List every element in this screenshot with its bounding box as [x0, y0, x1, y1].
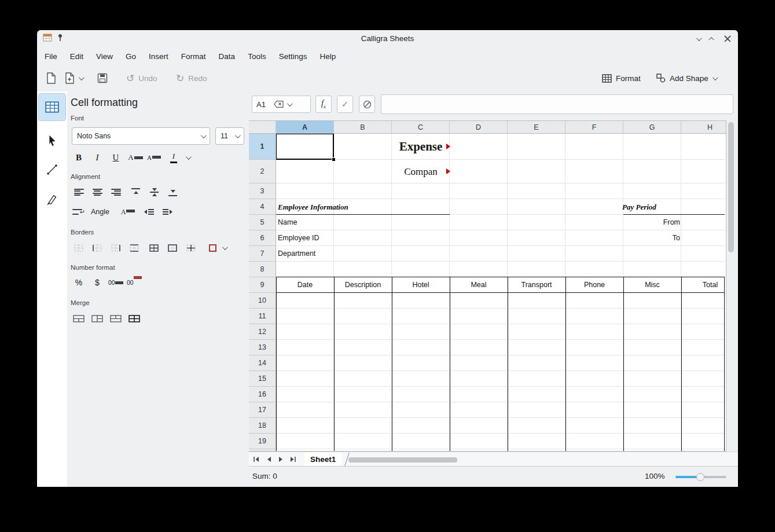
select-all-corner[interactable] — [249, 121, 276, 134]
cell-pay-period[interactable]: Pay Period — [622, 199, 656, 215]
merge-horizontal-button[interactable] — [90, 311, 105, 325]
cell-expense-title[interactable]: Expense — [392, 134, 450, 160]
table-header-hotel[interactable]: Hotel — [392, 277, 450, 292]
border-top-bottom-button[interactable] — [127, 241, 142, 255]
border-inner-button[interactable] — [183, 241, 199, 255]
spreadsheet-grid[interactable]: Expense Compan Employee Information Pay … — [249, 120, 726, 452]
redo-button[interactable]: ↻ Redo — [176, 65, 207, 91]
menu-tools[interactable]: Tools — [241, 50, 273, 63]
row-header-11[interactable]: 11 — [249, 309, 276, 324]
horizontal-scrollbar[interactable] — [348, 457, 457, 463]
bold-button[interactable]: B — [71, 151, 86, 164]
column-header-d[interactable]: D — [450, 121, 508, 134]
angle-label[interactable]: Angle — [91, 208, 109, 216]
first-sheet-icon[interactable] — [251, 454, 262, 464]
align-center-button[interactable] — [90, 185, 105, 199]
font-family-select[interactable]: Noto Sans — [72, 127, 210, 145]
calligraphy-tool-button[interactable] — [39, 186, 65, 213]
menu-help[interactable]: Help — [313, 50, 342, 63]
row-header-17[interactable]: 17 — [249, 402, 276, 418]
new-document-button[interactable] — [46, 65, 56, 91]
sheet-tab[interactable]: Sheet1 — [304, 453, 341, 466]
unmerge-cells-button[interactable] — [127, 311, 142, 325]
table-header-phone[interactable]: Phone — [565, 277, 623, 292]
wrap-text-button[interactable]: ↵ — [71, 205, 86, 219]
cell-to-label[interactable]: To — [623, 230, 680, 246]
save-button[interactable] — [97, 65, 108, 91]
table-header-meal[interactable]: Meal — [450, 277, 508, 292]
formula-input[interactable] — [381, 94, 733, 114]
increase-precision-button[interactable]: 00 — [108, 276, 123, 289]
border-right-button[interactable] — [108, 241, 123, 255]
menu-format[interactable]: Format — [175, 50, 212, 63]
formula-function-button[interactable]: fx — [315, 96, 332, 113]
row-header-14[interactable]: 14 — [249, 355, 276, 371]
italic-button[interactable]: I — [90, 151, 105, 164]
border-color-button[interactable] — [205, 241, 220, 255]
shade-window-icon[interactable] — [696, 35, 702, 41]
row-header-9[interactable]: 9 — [249, 277, 276, 293]
table-header-total[interactable]: Total — [681, 277, 726, 292]
cell-employee-information[interactable]: Employee Information — [278, 199, 348, 215]
row-header-18[interactable]: 18 — [249, 418, 276, 434]
row-header-4[interactable]: 4 — [249, 199, 276, 215]
menu-settings[interactable]: Settings — [273, 50, 314, 63]
decrease-indent-button[interactable] — [141, 205, 156, 219]
underline-button[interactable]: U — [108, 151, 123, 164]
border-none-button[interactable] — [71, 241, 86, 255]
border-outer-button[interactable] — [165, 241, 180, 255]
align-right-button[interactable] — [108, 185, 123, 199]
menu-go[interactable]: Go — [119, 50, 142, 63]
row-header-8[interactable]: 8 — [249, 262, 276, 277]
clear-reference-icon[interactable] — [274, 101, 284, 108]
menu-view[interactable]: View — [90, 50, 119, 63]
select-shapes-tool-button[interactable] — [39, 127, 65, 154]
column-header-h[interactable]: H — [681, 121, 726, 134]
cell-tool-button[interactable] — [39, 94, 65, 120]
align-middle-button[interactable] — [146, 185, 161, 199]
merge-vertical-button[interactable] — [108, 311, 123, 325]
cancel-entry-button[interactable] — [359, 96, 375, 113]
table-header-description[interactable]: Description — [334, 277, 392, 292]
zoom-slider[interactable] — [675, 476, 726, 478]
confirm-entry-button[interactable]: ✓ — [337, 96, 353, 113]
row-header-6[interactable]: 6 — [249, 230, 276, 246]
zoom-slider-handle[interactable] — [696, 473, 704, 481]
maximize-window-icon[interactable] — [708, 36, 714, 42]
row-header-1[interactable]: 1 — [249, 134, 276, 160]
menu-file[interactable]: File — [38, 50, 64, 63]
align-top-button[interactable] — [128, 185, 143, 199]
column-header-e[interactable]: E — [508, 121, 565, 134]
row-header-5[interactable]: 5 — [249, 215, 276, 230]
border-left-button[interactable] — [90, 241, 105, 255]
vertical-scrollbar-thumb[interactable] — [728, 122, 734, 252]
titlebar[interactable]: Calligra Sheets — [37, 30, 738, 47]
column-header-g[interactable]: G — [623, 121, 681, 134]
merge-cells-button[interactable] — [71, 311, 86, 325]
next-sheet-icon[interactable] — [276, 454, 286, 464]
connector-tool-button[interactable] — [39, 156, 65, 183]
add-shape-button[interactable]: Add Shape — [656, 65, 717, 91]
cell-name-label[interactable]: Name — [278, 215, 297, 230]
row-header-3[interactable]: 3 — [249, 184, 276, 199]
row-header-13[interactable]: 13 — [249, 340, 276, 355]
vertical-scrollbar[interactable] — [726, 120, 736, 452]
row-header-12[interactable]: 12 — [249, 324, 276, 340]
font-size-select[interactable]: 11 — [215, 127, 244, 145]
border-color-dropdown[interactable] — [219, 241, 229, 255]
increase-indent-button[interactable] — [160, 205, 175, 219]
add-shape-dropdown-icon[interactable] — [712, 75, 718, 80]
grow-font-button[interactable]: A — [128, 151, 143, 164]
align-bottom-button[interactable] — [165, 185, 180, 199]
last-sheet-icon[interactable] — [288, 454, 298, 464]
row-header-16[interactable]: 16 — [249, 387, 276, 402]
font-color-dropdown[interactable] — [182, 151, 193, 164]
row-header-10[interactable]: 10 — [249, 293, 276, 309]
cell-reference-dropdown-icon[interactable] — [287, 101, 293, 107]
table-header-transport[interactable]: Transport — [508, 277, 565, 292]
row-header-15[interactable]: 15 — [249, 371, 276, 387]
row-header-19[interactable]: 19 — [249, 434, 276, 449]
cell-department-label[interactable]: Department — [278, 246, 315, 262]
open-document-button[interactable] — [64, 65, 83, 91]
previous-sheet-icon[interactable] — [263, 454, 274, 464]
